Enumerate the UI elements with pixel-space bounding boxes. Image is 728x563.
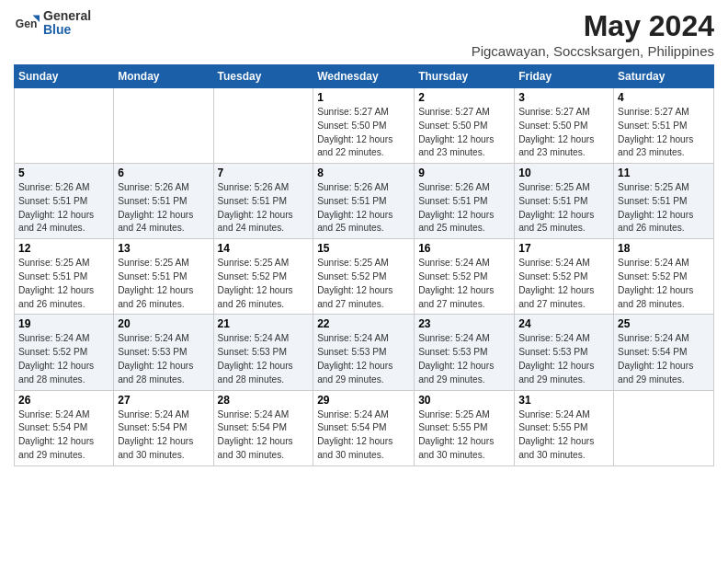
calendar-cell: 1Sunrise: 5:27 AM Sunset: 5:50 PM Daylig… — [313, 88, 415, 164]
day-number: 6 — [118, 167, 209, 179]
calendar-cell: 30Sunrise: 5:25 AM Sunset: 5:55 PM Dayli… — [415, 390, 515, 465]
day-info: Sunrise: 5:27 AM Sunset: 5:50 PM Dayligh… — [418, 106, 510, 160]
calendar-header: SundayMondayTuesdayWednesdayThursdayFrid… — [15, 65, 714, 88]
day-info: Sunrise: 5:25 AM Sunset: 5:51 PM Dayligh… — [618, 181, 710, 236]
day-info: Sunrise: 5:24 AM Sunset: 5:52 PM Dayligh… — [418, 257, 510, 311]
day-info: Sunrise: 5:25 AM Sunset: 5:51 PM Dayligh… — [518, 181, 609, 236]
calendar-cell: 17Sunrise: 5:24 AM Sunset: 5:52 PM Dayli… — [515, 239, 614, 315]
day-info: Sunrise: 5:26 AM Sunset: 5:51 PM Dayligh… — [218, 181, 310, 236]
day-number: 21 — [218, 317, 310, 330]
day-info: Sunrise: 5:26 AM Sunset: 5:51 PM Dayligh… — [118, 181, 209, 236]
day-info: Sunrise: 5:25 AM Sunset: 5:52 PM Dayligh… — [218, 257, 310, 311]
header-monday: Monday — [114, 65, 213, 88]
day-info: Sunrise: 5:26 AM Sunset: 5:51 PM Dayligh… — [317, 181, 410, 236]
calendar-cell: 31Sunrise: 5:24 AM Sunset: 5:55 PM Dayli… — [515, 390, 614, 465]
week-row-1: 1Sunrise: 5:27 AM Sunset: 5:50 PM Daylig… — [15, 88, 714, 164]
calendar-cell: 27Sunrise: 5:24 AM Sunset: 5:54 PM Dayli… — [114, 390, 213, 465]
calendar-cell: 4Sunrise: 5:27 AM Sunset: 5:51 PM Daylig… — [614, 88, 714, 164]
day-number: 9 — [418, 167, 510, 179]
day-info: Sunrise: 5:24 AM Sunset: 5:54 PM Dayligh… — [317, 408, 410, 463]
calendar-cell: 21Sunrise: 5:24 AM Sunset: 5:53 PM Dayli… — [213, 315, 313, 390]
header-friday: Friday — [515, 65, 614, 88]
header-saturday: Saturday — [614, 65, 714, 88]
day-info: Sunrise: 5:27 AM Sunset: 5:50 PM Dayligh… — [317, 106, 410, 160]
page-header: Gen General Blue May 2024 Pigcawayan, So… — [14, 9, 714, 59]
day-info: Sunrise: 5:24 AM Sunset: 5:52 PM Dayligh… — [18, 332, 109, 386]
calendar-cell — [114, 88, 213, 164]
header-row: SundayMondayTuesdayWednesdayThursdayFrid… — [15, 65, 714, 88]
logo-general-text: General — [43, 9, 91, 23]
day-number: 15 — [317, 242, 410, 255]
calendar-cell: 26Sunrise: 5:24 AM Sunset: 5:54 PM Dayli… — [15, 390, 114, 465]
day-info: Sunrise: 5:24 AM Sunset: 5:53 PM Dayligh… — [118, 332, 209, 386]
day-number: 22 — [317, 317, 410, 330]
week-row-4: 19Sunrise: 5:24 AM Sunset: 5:52 PM Dayli… — [15, 315, 714, 390]
day-number: 28 — [218, 394, 310, 407]
calendar-cell: 11Sunrise: 5:25 AM Sunset: 5:51 PM Dayli… — [614, 164, 714, 239]
day-number: 24 — [518, 317, 609, 330]
calendar-cell: 9Sunrise: 5:26 AM Sunset: 5:51 PM Daylig… — [415, 164, 515, 239]
calendar-title: May 2024 — [472, 9, 714, 43]
day-number: 1 — [317, 91, 410, 104]
calendar-cell: 16Sunrise: 5:24 AM Sunset: 5:52 PM Dayli… — [415, 239, 515, 315]
header-sunday: Sunday — [15, 65, 114, 88]
calendar-cell — [15, 88, 114, 164]
logo: Gen General Blue — [14, 9, 91, 38]
day-info: Sunrise: 5:24 AM Sunset: 5:54 PM Dayligh… — [218, 408, 310, 463]
week-row-2: 5Sunrise: 5:26 AM Sunset: 5:51 PM Daylig… — [15, 164, 714, 239]
day-number: 10 — [518, 167, 609, 179]
day-info: Sunrise: 5:27 AM Sunset: 5:51 PM Dayligh… — [618, 106, 710, 160]
calendar-cell: 12Sunrise: 5:25 AM Sunset: 5:51 PM Dayli… — [15, 239, 114, 315]
week-row-5: 26Sunrise: 5:24 AM Sunset: 5:54 PM Dayli… — [15, 390, 714, 465]
calendar-cell: 13Sunrise: 5:25 AM Sunset: 5:51 PM Dayli… — [114, 239, 213, 315]
calendar-cell: 10Sunrise: 5:25 AM Sunset: 5:51 PM Dayli… — [515, 164, 614, 239]
day-number: 12 — [18, 242, 109, 255]
calendar-cell: 22Sunrise: 5:24 AM Sunset: 5:53 PM Dayli… — [313, 315, 415, 390]
day-info: Sunrise: 5:26 AM Sunset: 5:51 PM Dayligh… — [418, 181, 510, 236]
day-number: 16 — [418, 242, 510, 255]
calendar-cell: 25Sunrise: 5:24 AM Sunset: 5:54 PM Dayli… — [614, 315, 714, 390]
day-number: 4 — [618, 91, 710, 104]
day-number: 5 — [18, 167, 109, 179]
logo-icon: Gen — [14, 10, 40, 36]
day-number: 31 — [518, 394, 609, 407]
header-thursday: Thursday — [415, 65, 515, 88]
calendar-cell: 24Sunrise: 5:24 AM Sunset: 5:53 PM Dayli… — [515, 315, 614, 390]
calendar-cell: 23Sunrise: 5:24 AM Sunset: 5:53 PM Dayli… — [415, 315, 515, 390]
calendar-cell — [213, 88, 313, 164]
day-info: Sunrise: 5:24 AM Sunset: 5:53 PM Dayligh… — [418, 332, 510, 386]
logo-blue-text: Blue — [43, 23, 91, 37]
day-number: 23 — [418, 317, 510, 330]
day-number: 14 — [218, 242, 310, 255]
day-info: Sunrise: 5:25 AM Sunset: 5:51 PM Dayligh… — [18, 257, 109, 311]
day-info: Sunrise: 5:24 AM Sunset: 5:54 PM Dayligh… — [18, 408, 109, 463]
day-info: Sunrise: 5:24 AM Sunset: 5:54 PM Dayligh… — [618, 332, 710, 386]
day-info: Sunrise: 5:24 AM Sunset: 5:52 PM Dayligh… — [618, 257, 710, 311]
day-info: Sunrise: 5:25 AM Sunset: 5:52 PM Dayligh… — [317, 257, 410, 311]
day-info: Sunrise: 5:24 AM Sunset: 5:54 PM Dayligh… — [118, 408, 209, 463]
day-number: 13 — [118, 242, 209, 255]
svg-text:Gen: Gen — [16, 17, 38, 30]
header-wednesday: Wednesday — [313, 65, 415, 88]
calendar-cell: 15Sunrise: 5:25 AM Sunset: 5:52 PM Dayli… — [313, 239, 415, 315]
day-info: Sunrise: 5:24 AM Sunset: 5:53 PM Dayligh… — [317, 332, 410, 386]
title-block: May 2024 Pigcawayan, Soccsksargen, Phili… — [472, 9, 714, 59]
day-number: 20 — [118, 317, 209, 330]
day-number: 8 — [317, 167, 410, 179]
calendar-cell: 19Sunrise: 5:24 AM Sunset: 5:52 PM Dayli… — [15, 315, 114, 390]
day-number: 29 — [317, 394, 410, 407]
day-number: 11 — [618, 167, 710, 179]
day-info: Sunrise: 5:24 AM Sunset: 5:53 PM Dayligh… — [518, 332, 609, 386]
day-info: Sunrise: 5:24 AM Sunset: 5:53 PM Dayligh… — [218, 332, 310, 386]
calendar-cell: 3Sunrise: 5:27 AM Sunset: 5:50 PM Daylig… — [515, 88, 614, 164]
calendar-cell: 14Sunrise: 5:25 AM Sunset: 5:52 PM Dayli… — [213, 239, 313, 315]
calendar-table: SundayMondayTuesdayWednesdayThursdayFrid… — [14, 64, 714, 466]
day-number: 7 — [218, 167, 310, 179]
week-row-3: 12Sunrise: 5:25 AM Sunset: 5:51 PM Dayli… — [15, 239, 714, 315]
day-info: Sunrise: 5:24 AM Sunset: 5:52 PM Dayligh… — [518, 257, 609, 311]
day-number: 25 — [618, 317, 710, 330]
calendar-cell: 7Sunrise: 5:26 AM Sunset: 5:51 PM Daylig… — [213, 164, 313, 239]
calendar-cell: 29Sunrise: 5:24 AM Sunset: 5:54 PM Dayli… — [313, 390, 415, 465]
day-info: Sunrise: 5:24 AM Sunset: 5:55 PM Dayligh… — [518, 408, 609, 463]
day-number: 30 — [418, 394, 510, 407]
